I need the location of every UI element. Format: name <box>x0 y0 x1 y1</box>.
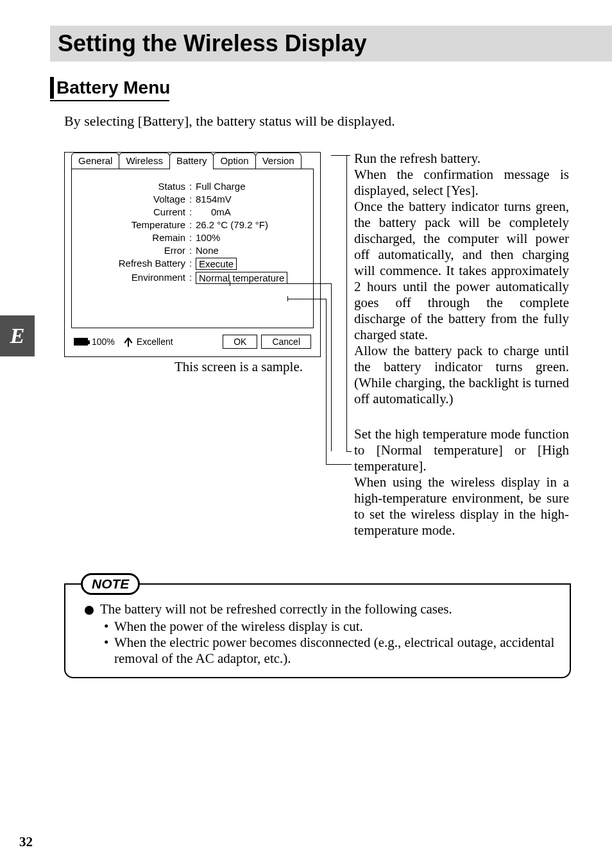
annotation-refresh: Run the refresh battery. When the confir… <box>354 151 569 407</box>
page-number: 32 <box>19 834 33 850</box>
note-box: NOTE The battery will not be refreshed c… <box>64 574 571 678</box>
callout-line <box>331 155 350 156</box>
tab-option[interactable]: Option <box>213 153 255 169</box>
signal-icon <box>124 337 133 347</box>
dialog-tabs: General Wireless Battery Option Version <box>71 153 314 169</box>
heading-accent-bar <box>50 77 54 99</box>
tab-panel <box>71 169 314 328</box>
manual-page: Setting the Wireless Display Battery Men… <box>0 0 612 868</box>
callout-bracket <box>346 155 347 451</box>
tab-general[interactable]: General <box>71 153 119 169</box>
ok-button[interactable]: OK <box>223 335 257 349</box>
note-item: When the electric power becomes disconne… <box>114 635 557 667</box>
note-label: NOTE <box>81 573 140 595</box>
settings-dialog: General Wireless Battery Option Version … <box>64 152 321 357</box>
tab-wireless[interactable]: Wireless <box>119 153 170 169</box>
dialog-status-bar: 100% Excellent OK Cancel <box>74 333 311 350</box>
callout-line <box>331 283 332 451</box>
section-title: Battery Menu <box>56 78 170 98</box>
battery-icon <box>74 338 88 346</box>
screenshot-caption: This screen is a sample. <box>174 359 303 375</box>
note-lead-text: The battery will not be refreshed correc… <box>100 601 452 617</box>
callout-line <box>326 464 352 465</box>
annotation-environment: Set the high temperature mode function t… <box>354 426 569 538</box>
battery-percent: 100% <box>92 337 115 347</box>
side-tab-letter: E <box>0 315 35 356</box>
page-title-bar: Setting the Wireless Display <box>50 26 612 62</box>
cancel-button[interactable]: Cancel <box>261 335 311 349</box>
note-rule <box>64 583 571 585</box>
tab-version[interactable]: Version <box>255 153 302 169</box>
heading-underline <box>50 100 169 101</box>
note-content: The battery will not be refreshed correc… <box>64 583 571 678</box>
bullet-icon <box>85 606 94 615</box>
callout-line <box>346 451 352 452</box>
note-item: When the power of the wireless display i… <box>114 619 363 635</box>
intro-text: By selecting [Battery], the battery stat… <box>64 113 395 129</box>
annotation-column: Run the refresh battery. When the confir… <box>354 151 569 538</box>
page-title: Setting the Wireless Display <box>58 30 367 57</box>
callout-line <box>326 299 327 464</box>
tab-battery[interactable]: Battery <box>169 153 214 169</box>
section-heading: Battery Menu <box>50 77 170 99</box>
signal-text: Excellent <box>137 337 173 347</box>
